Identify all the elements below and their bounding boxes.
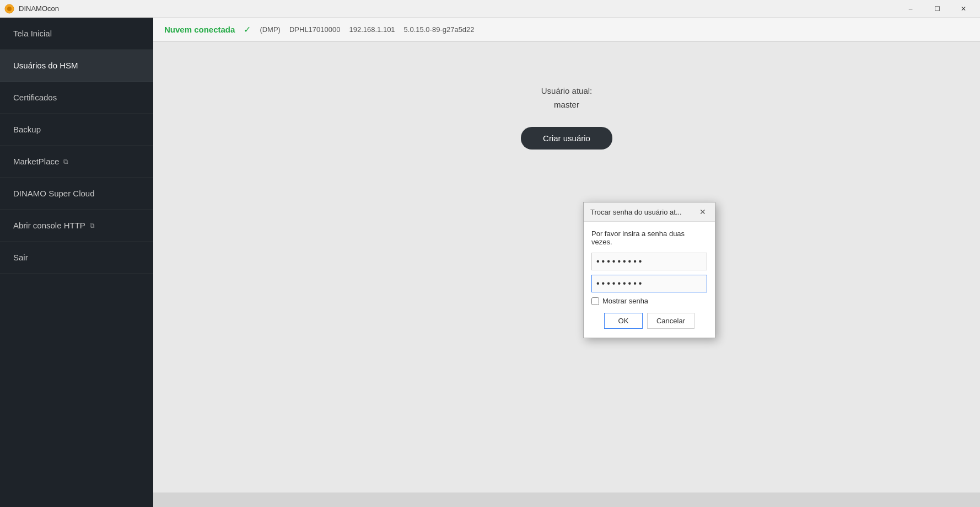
external-link-icon-2: ⧉ xyxy=(90,222,95,230)
sidebar-item-sair[interactable]: Sair xyxy=(0,242,153,274)
title-bar: DINAMOcon – ☐ ✕ xyxy=(0,0,980,18)
app-logo xyxy=(4,4,14,14)
dialog-subtitle: Por favor insira a senha duas vezes. xyxy=(591,230,707,246)
show-password-label[interactable]: Mostrar senha xyxy=(602,297,648,305)
check-icon: ✓ xyxy=(244,24,251,35)
sidebar-item-label: Tela Inicial xyxy=(13,29,52,38)
sidebar-item-label: Backup xyxy=(13,125,41,134)
sidebar-item-label: Sair xyxy=(13,253,28,262)
sidebar-item-label: Usuários do HSM xyxy=(13,61,78,70)
password1-input[interactable] xyxy=(591,253,707,270)
password2-input[interactable] xyxy=(591,275,707,292)
minimize-button[interactable]: – xyxy=(898,0,923,18)
dialog-title-bar: Trocar senha do usuário at... ✕ xyxy=(584,202,715,222)
sidebar-item-label: Abrir console HTTP xyxy=(13,221,85,230)
change-password-dialog: Trocar senha do usuário at... ✕ Por favo… xyxy=(583,202,715,338)
topbar-version-info: 5.0.15.0-89-g27a5d22 xyxy=(404,25,475,34)
app-container: Tela Inicial Usuários do HSM Certificado… xyxy=(0,18,980,507)
sidebar-item-backup[interactable]: Backup xyxy=(0,114,153,146)
dialog-title: Trocar senha do usuário at... xyxy=(590,208,682,216)
main-content: Nuvem conectada ✓ (DMP) DPHL17010000 192… xyxy=(153,18,980,507)
sidebar: Tela Inicial Usuários do HSM Certificado… xyxy=(0,18,153,507)
maximize-button[interactable]: ☐ xyxy=(925,0,949,18)
show-password-checkbox[interactable] xyxy=(591,297,599,305)
dialog-close-button[interactable]: ✕ xyxy=(697,207,708,217)
dialog-overlay: Trocar senha do usuário at... ✕ Por favo… xyxy=(153,42,980,507)
show-password-row: Mostrar senha xyxy=(591,297,707,305)
dialog-buttons: OK Cancelar xyxy=(591,313,707,329)
topbar-type: (DMP) xyxy=(260,25,281,34)
sidebar-item-usuarios-hsm[interactable]: Usuários do HSM xyxy=(0,50,153,82)
connected-label: Nuvem conectada xyxy=(164,25,235,34)
topbar-ip: 192.168.1.101 xyxy=(349,25,395,34)
app-title: DINAMOcon xyxy=(19,4,59,13)
sidebar-item-tela-inicial[interactable]: Tela Inicial xyxy=(0,18,153,50)
topbar-device-id: DPHL17010000 xyxy=(289,25,341,34)
dialog-body: Por favor insira a senha duas vezes. Mos… xyxy=(584,222,715,338)
sidebar-item-label: Certificados xyxy=(13,93,57,102)
sidebar-item-marketplace[interactable]: MarketPlace ⧉ xyxy=(0,146,153,178)
cancel-button[interactable]: Cancelar xyxy=(647,313,694,329)
top-bar: Nuvem conectada ✓ (DMP) DPHL17010000 192… xyxy=(153,18,980,42)
ok-button[interactable]: OK xyxy=(604,313,643,329)
svg-point-1 xyxy=(7,7,12,11)
sidebar-item-label: DINAMO Super Cloud xyxy=(13,189,95,198)
external-link-icon: ⧉ xyxy=(63,158,68,166)
sidebar-item-label: MarketPlace xyxy=(13,157,59,166)
title-bar-left: DINAMOcon xyxy=(4,4,59,14)
page-body: Usuário atual: master Criar usuário Troc… xyxy=(153,42,980,507)
title-bar-controls: – ☐ ✕ xyxy=(898,0,976,18)
sidebar-item-dinamo-cloud[interactable]: DINAMO Super Cloud xyxy=(0,178,153,210)
close-button[interactable]: ✕ xyxy=(951,0,976,18)
sidebar-item-certificados[interactable]: Certificados xyxy=(0,82,153,114)
sidebar-item-console-http[interactable]: Abrir console HTTP ⧉ xyxy=(0,210,153,242)
